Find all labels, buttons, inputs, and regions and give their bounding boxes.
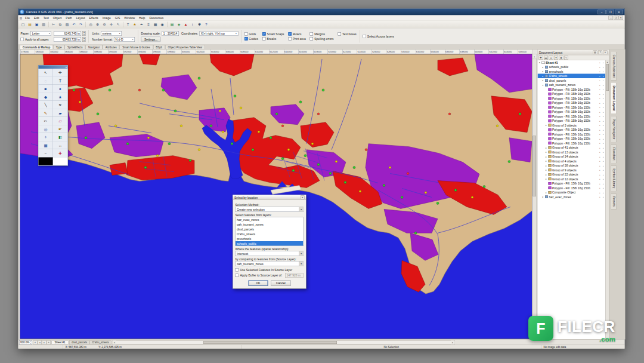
snap-icon[interactable]: ◉: [159, 21, 166, 27]
bottom-tab-dissl-parcels[interactable]: dissl_parcels: [69, 340, 89, 344]
grid-icon[interactable]: ▦: [152, 21, 159, 27]
tree-item-polygon-fill-158r-16g-150b[interactable]: Polygon - Fill: 158r 16g 150b●●: [538, 132, 606, 137]
source-layer-dropdown[interactable]: oah_tsunami_zones ▾: [236, 262, 304, 267]
tree-item-polygon-fill-158r-16g-150b[interactable]: Polygon - Fill: 158r 16g 150b●●: [538, 186, 606, 190]
coordinates-dropdown[interactable]: X(+) right, Y(+) up▾: [199, 31, 238, 36]
cancel-button[interactable]: Cancel: [271, 281, 290, 287]
panel-close-icon[interactable]: ✕: [603, 50, 608, 54]
canvas-horizontal-scrollbar[interactable]: ◂ ▸: [112, 340, 455, 344]
tree-item-polygon-fill-158r-16g-150b[interactable]: Polygon - Fill: 158r 16g 150b●●: [538, 96, 606, 101]
visibility-dot-icon[interactable]: ●: [599, 169, 602, 171]
tree-item-polygon-fill-158r-16g-150b[interactable]: Polygon - Fill: 158r 16g 150b●●: [538, 137, 606, 141]
visibility-dot-icon[interactable]: ●: [599, 93, 602, 95]
info-icon[interactable]: i: [190, 21, 196, 27]
toggle-spelling-errors[interactable]: Spelling errors: [310, 37, 334, 41]
horizontal-scrollbar-thumb[interactable]: [203, 341, 337, 344]
toggle-text-boxes[interactable]: Text boxes: [338, 32, 356, 36]
find-icon[interactable]: ◎: [88, 21, 94, 27]
expander-icon[interactable]: ▸: [542, 75, 544, 77]
pointer-icon[interactable]: ↖: [115, 21, 122, 27]
edit-dot-icon[interactable]: ●: [602, 142, 605, 144]
stroke-color-swatch[interactable]: [39, 158, 54, 166]
expander-icon[interactable]: ▸: [545, 146, 547, 149]
tree-item-dissl-parcels[interactable]: ▸dissl_parcels●●: [538, 78, 606, 83]
visibility-dot-icon[interactable]: ●: [599, 174, 602, 176]
edit-dot-icon[interactable]: ●: [602, 106, 605, 108]
panel-options-icon[interactable]: ▤: [593, 50, 597, 54]
visibility-dot-icon[interactable]: ●: [599, 115, 602, 117]
eyedropper-tool[interactable]: ✧: [39, 133, 54, 141]
knife-tool[interactable]: ✂: [39, 117, 54, 125]
edit-dot-icon[interactable]: ●: [602, 88, 605, 90]
tab-spriteeffects[interactable]: SpriteEffects: [65, 45, 85, 50]
pen-tool[interactable]: ✒: [53, 101, 68, 109]
lock-column-icon[interactable]: ✎: [564, 56, 568, 60]
bottom-tab-o-ahu-streets[interactable]: O'ahu_streets: [90, 340, 112, 344]
visibility-dot-icon[interactable]: ●: [599, 142, 602, 144]
expander-icon[interactable]: ▸: [545, 173, 547, 176]
side-tab-canvas-assistant[interactable]: Canvas Assistant: [611, 52, 617, 81]
open-icon[interactable]: ▤: [27, 21, 33, 27]
expander-icon[interactable]: ▸: [545, 151, 547, 153]
units-dropdown[interactable]: meters▾: [101, 31, 122, 36]
edit-dot-icon[interactable]: ●: [602, 196, 605, 198]
toggle-print-area[interactable]: Print area: [289, 37, 306, 41]
line-tool[interactable]: ╲: [39, 101, 54, 109]
paper-height-field[interactable]: 65483.728 in: [54, 37, 81, 42]
ok-button[interactable]: OK: [248, 281, 268, 287]
visibility-dot-icon[interactable]: ●: [599, 66, 602, 68]
buffer-distance-field[interactable]: 147.928 m: [285, 273, 304, 278]
visibility-dot-icon[interactable]: ●: [599, 156, 602, 158]
layers-icon[interactable]: ≡: [145, 21, 152, 27]
tab-navigator[interactable]: Navigator: [85, 45, 102, 50]
visibility-dot-icon[interactable]: ●: [599, 160, 602, 162]
expander-icon[interactable]: ▸: [542, 66, 544, 68]
ellipse-tool[interactable]: ●: [53, 85, 68, 93]
curve-tool[interactable]: ~: [39, 149, 54, 158]
expander-icon[interactable]: ▸: [545, 178, 547, 180]
visibility-dot-icon[interactable]: ●: [599, 88, 602, 90]
side-tab-symbol-library[interactable]: Symbol Library: [611, 165, 617, 191]
edit-dot-icon[interactable]: ●: [602, 111, 605, 113]
edit-dot-icon[interactable]: ●: [602, 120, 605, 122]
scroll-up-icon[interactable]: ▴: [532, 54, 537, 59]
shapes-icon[interactable]: ★: [132, 21, 138, 27]
new-icon[interactable]: ▢: [20, 21, 26, 27]
dialog-titlebar[interactable]: Select by location ✕: [233, 195, 306, 201]
hand-tool[interactable]: ☛: [53, 125, 68, 134]
toggle-breaks[interactable]: Breaks: [262, 37, 284, 41]
dimension-tool[interactable]: ↔: [53, 141, 68, 150]
first-sheet-icon[interactable]: «: [33, 340, 38, 344]
mdi-close-icon[interactable]: ✕: [619, 16, 624, 20]
symbol-tool[interactable]: ✚: [53, 149, 68, 158]
expander-icon[interactable]: ▸: [545, 169, 547, 171]
expander-icon[interactable]: ▸: [545, 191, 547, 193]
edit-dot-icon[interactable]: ●: [602, 133, 605, 135]
edit-dot-icon[interactable]: ●: [602, 70, 605, 72]
last-sheet-icon[interactable]: »: [47, 340, 51, 344]
eraser-tool[interactable]: ▱: [53, 117, 68, 125]
visibility-dot-icon[interactable]: ●: [599, 70, 602, 72]
select-tool[interactable]: ↖: [39, 69, 54, 77]
delete-layer-icon[interactable]: ▬: [544, 56, 548, 60]
zoom-in-icon[interactable]: ⊕: [94, 21, 101, 27]
visibility-dot-icon[interactable]: ●: [599, 133, 602, 135]
pencil-tool[interactable]: ✎: [39, 109, 54, 118]
tab-commands-markup[interactable]: Commands & Markup: [20, 45, 53, 50]
tab-smart-mouse-guides[interactable]: Smart Mouse & Guides: [120, 45, 153, 50]
expander-icon[interactable]: ▸: [545, 155, 547, 158]
visibility-dot-icon[interactable]: ●: [599, 84, 602, 86]
menu-image[interactable]: Image: [100, 16, 113, 20]
expander-icon[interactable]: ▾: [538, 61, 541, 64]
menu-edit[interactable]: Edit: [32, 16, 42, 20]
tree-item-polygon-fill-158r-16g-150b[interactable]: Polygon - Fill: 158r 16g 150b●●: [538, 92, 606, 97]
visibility-dot-icon[interactable]: ●: [599, 111, 602, 113]
visibility-column-icon[interactable]: ◉: [559, 56, 564, 60]
menu-effects[interactable]: Effects: [87, 16, 100, 20]
zoom-control[interactable]: 600.0% ▴▾: [19, 340, 32, 344]
save-icon[interactable]: ▣: [33, 21, 40, 27]
edit-dot-icon[interactable]: ●: [602, 129, 605, 131]
visibility-dot-icon[interactable]: ●: [599, 120, 602, 122]
tree-item-group-of-41-objects[interactable]: ▸Group of 41 objects●●: [538, 146, 606, 150]
expander-icon[interactable]: ▸: [542, 79, 544, 82]
